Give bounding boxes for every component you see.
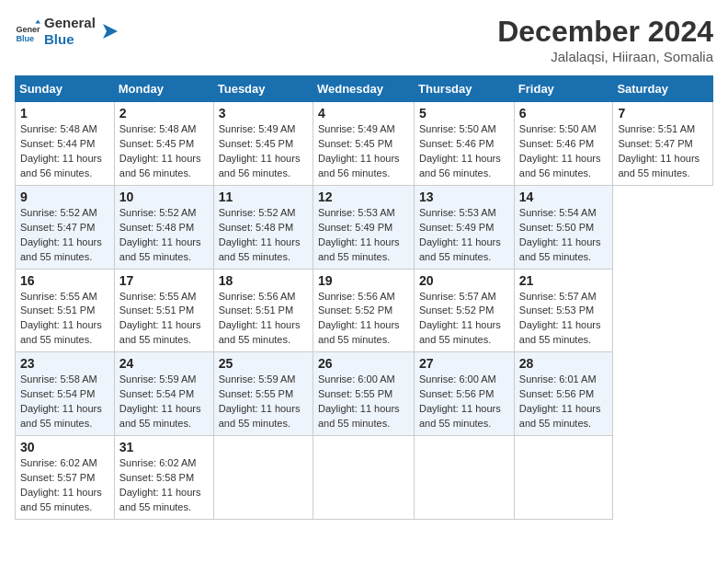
calendar-cell: 13Sunrise: 5:53 AMSunset: 5:49 PMDayligh… — [415, 185, 515, 269]
calendar-cell: 9Sunrise: 5:52 AMSunset: 5:47 PMDaylight… — [16, 185, 115, 269]
calendar-cell: 28Sunrise: 6:01 AMSunset: 5:56 PMDayligh… — [514, 352, 613, 436]
calendar-cell: 2Sunrise: 5:48 AMSunset: 5:45 PMDaylight… — [114, 102, 213, 186]
calendar-cell: 5Sunrise: 5:50 AMSunset: 5:46 PMDaylight… — [415, 102, 515, 186]
day-detail: Sunrise: 5:52 AMSunset: 5:48 PMDaylight:… — [219, 206, 308, 265]
day-detail: Sunrise: 6:00 AMSunset: 5:56 PMDaylight:… — [419, 373, 509, 431]
calendar-cell — [213, 436, 313, 520]
calendar-cell: 10Sunrise: 5:52 AMSunset: 5:48 PMDayligh… — [114, 185, 213, 269]
column-header-thursday: Thursday — [415, 76, 515, 102]
day-detail: Sunrise: 6:00 AMSunset: 5:55 PMDaylight:… — [318, 373, 409, 431]
day-number: 4 — [318, 106, 409, 121]
day-detail: Sunrise: 5:56 AMSunset: 5:51 PMDaylight:… — [219, 290, 308, 349]
day-detail: Sunrise: 5:51 AMSunset: 5:47 PMDaylight:… — [618, 122, 708, 181]
logo-icon: General Blue — [15, 18, 40, 44]
calendar-cell: 11Sunrise: 5:52 AMSunset: 5:48 PMDayligh… — [213, 185, 313, 269]
calendar-cell: 19Sunrise: 5:56 AMSunset: 5:52 PMDayligh… — [313, 269, 414, 352]
day-number: 28 — [519, 356, 609, 371]
calendar-cell: 21Sunrise: 5:57 AMSunset: 5:53 PMDayligh… — [514, 269, 613, 352]
day-number: 26 — [318, 356, 409, 371]
calendar-cell: 1Sunrise: 5:48 AMSunset: 5:44 PMDaylight… — [16, 102, 115, 186]
day-number: 5 — [419, 106, 509, 121]
day-detail: Sunrise: 5:59 AMSunset: 5:54 PMDaylight:… — [119, 373, 209, 431]
calendar-cell: 6Sunrise: 5:50 AMSunset: 5:46 PMDaylight… — [514, 102, 613, 186]
calendar-cell: 30Sunrise: 6:02 AMSunset: 5:57 PMDayligh… — [16, 436, 115, 520]
calendar-cell: 26Sunrise: 6:00 AMSunset: 5:55 PMDayligh… — [313, 352, 414, 436]
day-number: 30 — [20, 440, 109, 454]
calendar-cell: 12Sunrise: 5:53 AMSunset: 5:49 PMDayligh… — [313, 185, 414, 269]
day-number: 13 — [419, 190, 509, 204]
day-detail: Sunrise: 5:57 AMSunset: 5:53 PMDaylight:… — [519, 290, 609, 349]
svg-text:Blue: Blue — [16, 33, 34, 42]
day-number: 31 — [119, 440, 209, 454]
day-detail: Sunrise: 6:02 AMSunset: 5:57 PMDaylight:… — [20, 456, 109, 515]
calendar-cell: 18Sunrise: 5:56 AMSunset: 5:51 PMDayligh… — [213, 269, 313, 352]
day-detail: Sunrise: 6:02 AMSunset: 5:58 PMDaylight:… — [119, 456, 209, 515]
title-section: December 2024 Jalalaqsi, Hiiraan, Somali… — [497, 15, 713, 64]
day-number: 1 — [20, 106, 109, 121]
calendar-header-row: SundayMondayTuesdayWednesdayThursdayFrid… — [16, 76, 713, 102]
calendar-week-row: 9Sunrise: 5:52 AMSunset: 5:47 PMDaylight… — [16, 185, 713, 269]
day-detail: Sunrise: 5:52 AMSunset: 5:48 PMDaylight:… — [119, 206, 209, 265]
day-detail: Sunrise: 5:48 AMSunset: 5:45 PMDaylight:… — [119, 122, 209, 181]
day-number: 16 — [20, 273, 109, 288]
day-detail: Sunrise: 5:55 AMSunset: 5:51 PMDaylight:… — [20, 290, 109, 349]
day-detail: Sunrise: 5:49 AMSunset: 5:45 PMDaylight:… — [318, 122, 409, 181]
calendar-cell — [313, 436, 414, 520]
column-header-saturday: Saturday — [613, 76, 713, 102]
day-number: 14 — [519, 190, 609, 204]
svg-marker-3 — [103, 24, 118, 39]
logo: General Blue General Blue — [15, 15, 118, 47]
calendar-cell: 27Sunrise: 6:00 AMSunset: 5:56 PMDayligh… — [415, 352, 515, 436]
day-detail: Sunrise: 5:55 AMSunset: 5:51 PMDaylight:… — [119, 290, 209, 349]
day-number: 11 — [219, 190, 308, 204]
svg-marker-2 — [35, 19, 40, 23]
calendar-cell: 14Sunrise: 5:54 AMSunset: 5:50 PMDayligh… — [514, 185, 613, 269]
day-detail: Sunrise: 6:01 AMSunset: 5:56 PMDaylight:… — [519, 373, 609, 431]
day-detail: Sunrise: 5:48 AMSunset: 5:44 PMDaylight:… — [20, 122, 109, 181]
calendar-cell: 31Sunrise: 6:02 AMSunset: 5:58 PMDayligh… — [114, 436, 213, 520]
day-detail: Sunrise: 5:52 AMSunset: 5:47 PMDaylight:… — [20, 206, 109, 265]
day-number: 6 — [519, 106, 609, 121]
day-number: 2 — [119, 106, 209, 121]
calendar-cell: 23Sunrise: 5:58 AMSunset: 5:54 PMDayligh… — [16, 352, 115, 436]
logo-arrow-icon — [99, 22, 118, 40]
day-number: 12 — [318, 190, 409, 204]
calendar-week-row: 16Sunrise: 5:55 AMSunset: 5:51 PMDayligh… — [16, 269, 713, 352]
calendar-week-row: 23Sunrise: 5:58 AMSunset: 5:54 PMDayligh… — [16, 352, 713, 436]
day-detail: Sunrise: 5:49 AMSunset: 5:45 PMDaylight:… — [219, 122, 308, 181]
day-detail: Sunrise: 5:57 AMSunset: 5:52 PMDaylight:… — [419, 290, 509, 349]
day-number: 3 — [219, 106, 308, 121]
calendar-cell: 3Sunrise: 5:49 AMSunset: 5:45 PMDaylight… — [213, 102, 313, 186]
day-detail: Sunrise: 5:53 AMSunset: 5:49 PMDaylight:… — [318, 206, 409, 265]
day-detail: Sunrise: 5:50 AMSunset: 5:46 PMDaylight:… — [419, 122, 509, 181]
day-number: 7 — [618, 106, 708, 121]
day-number: 20 — [419, 273, 509, 288]
day-number: 23 — [20, 356, 109, 371]
column-header-friday: Friday — [514, 76, 613, 102]
day-number: 19 — [318, 273, 409, 288]
day-detail: Sunrise: 5:50 AMSunset: 5:46 PMDaylight:… — [519, 122, 609, 181]
calendar-cell: 20Sunrise: 5:57 AMSunset: 5:52 PMDayligh… — [415, 269, 515, 352]
month-title: December 2024 — [497, 15, 713, 49]
column-header-monday: Monday — [114, 76, 213, 102]
column-header-sunday: Sunday — [16, 76, 115, 102]
calendar-cell — [415, 436, 515, 520]
calendar-table: SundayMondayTuesdayWednesdayThursdayFrid… — [15, 75, 713, 520]
calendar-cell: 24Sunrise: 5:59 AMSunset: 5:54 PMDayligh… — [114, 352, 213, 436]
calendar-cell: 25Sunrise: 5:59 AMSunset: 5:55 PMDayligh… — [213, 352, 313, 436]
day-number: 17 — [119, 273, 209, 288]
day-number: 18 — [219, 273, 308, 288]
column-header-wednesday: Wednesday — [313, 76, 414, 102]
day-number: 21 — [519, 273, 609, 288]
day-number: 10 — [119, 190, 209, 204]
calendar-week-row: 30Sunrise: 6:02 AMSunset: 5:57 PMDayligh… — [16, 436, 713, 520]
calendar-body: 1Sunrise: 5:48 AMSunset: 5:44 PMDaylight… — [16, 102, 713, 520]
calendar-cell: 7Sunrise: 5:51 AMSunset: 5:47 PMDaylight… — [613, 102, 713, 186]
day-number: 9 — [20, 190, 109, 204]
day-number: 27 — [419, 356, 509, 371]
day-detail: Sunrise: 5:56 AMSunset: 5:52 PMDaylight:… — [318, 290, 409, 349]
calendar-cell: 4Sunrise: 5:49 AMSunset: 5:45 PMDaylight… — [313, 102, 414, 186]
day-number: 24 — [119, 356, 209, 371]
calendar-cell — [514, 436, 613, 520]
day-detail: Sunrise: 5:59 AMSunset: 5:55 PMDaylight:… — [219, 373, 308, 431]
